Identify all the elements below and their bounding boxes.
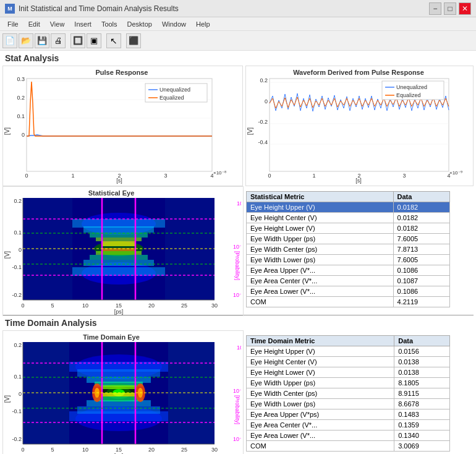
- svg-text:10⁰: 10⁰: [237, 200, 241, 207]
- metric-cell: Eye Height Lower (V): [247, 367, 394, 378]
- svg-text:0.2: 0.2: [260, 77, 268, 84]
- table-row: Eye Area Center (V*...0.1359: [247, 420, 450, 430]
- svg-text:15: 15: [116, 302, 122, 309]
- svg-text:Time Domain Eye: Time Domain Eye: [83, 333, 140, 341]
- data-cell: 0.1086: [393, 286, 449, 297]
- table-row: Eye Height Upper (V)0.0182: [247, 202, 450, 213]
- menu-insert[interactable]: Insert: [69, 19, 96, 29]
- svg-text:Unequalized: Unequalized: [159, 87, 190, 93]
- svg-text:-0.2: -0.2: [12, 436, 22, 442]
- svg-text:10: 10: [82, 302, 88, 309]
- svg-text:0: 0: [19, 247, 22, 253]
- svg-text:[ps]: [ps]: [114, 309, 124, 315]
- svg-rect-109: [101, 393, 137, 396]
- svg-text:[V]: [V]: [4, 127, 11, 135]
- metric-cell: COM: [247, 441, 394, 452]
- data-cell: 4.2119: [393, 297, 449, 307]
- metric-cell: Eye Area Center (V*...: [247, 420, 394, 430]
- svg-text:1: 1: [312, 173, 315, 179]
- time-domain-header: Time Domain Analysis: [0, 315, 476, 329]
- svg-text:0.2: 0.2: [14, 342, 22, 348]
- metric-cell: Eye Area Center (V*...: [247, 276, 394, 286]
- metric-cell: Eye Width Center (ps): [247, 244, 394, 255]
- data-cell: 0.0182: [393, 223, 449, 234]
- svg-text:-0.1: -0.1: [12, 408, 22, 414]
- svg-text:10⁰: 10⁰: [237, 345, 241, 351]
- zoom-out-button[interactable]: ▣: [87, 33, 101, 48]
- data-cell: 0.0156: [394, 346, 450, 357]
- metric-cell: Eye Area Upper (V*ps): [247, 409, 394, 420]
- svg-rect-59: [90, 255, 148, 260]
- svg-text:3: 3: [164, 173, 167, 179]
- minimize-button[interactable]: −: [429, 2, 441, 15]
- close-button[interactable]: ✕: [459, 2, 471, 15]
- svg-rect-56: [83, 226, 154, 233]
- svg-text:[V]: [V]: [4, 395, 11, 403]
- svg-text:0: 0: [21, 447, 24, 453]
- svg-text:0.2: 0.2: [14, 198, 22, 204]
- svg-text:[Probability]: [Probability]: [234, 251, 240, 280]
- data-cell: 0.1359: [394, 420, 450, 430]
- svg-text:10⁻²⁰: 10⁻²⁰: [233, 292, 241, 298]
- stat-analysis-header: Stat Analysis: [0, 51, 476, 64]
- svg-text:0.1: 0.1: [17, 113, 25, 119]
- menu-bar: File Edit View Insert Tools Desktop Wind…: [0, 17, 476, 31]
- svg-text:10: 10: [82, 447, 88, 453]
- new-button[interactable]: 📄: [2, 33, 17, 48]
- window-title: Init Statistical and Time Domain Analysi…: [19, 4, 429, 13]
- menu-edit[interactable]: Edit: [23, 19, 45, 29]
- svg-text:0: 0: [265, 98, 268, 105]
- print-button[interactable]: 🖨: [51, 33, 66, 48]
- svg-text:0: 0: [25, 173, 28, 179]
- table-row: Eye Area Lower (V*...0.1086: [247, 286, 450, 297]
- svg-rect-55: [72, 267, 165, 276]
- table-row: Eye Area Upper (V*ps)0.1483: [247, 409, 450, 420]
- metric-cell: Eye Area Lower (V*...: [247, 430, 394, 441]
- svg-text:0.1: 0.1: [14, 229, 22, 236]
- toolbar: 📄 📂 💾 🖨 🔲 ▣ ↖ ⬛: [0, 31, 476, 51]
- svg-text:5: 5: [51, 447, 54, 453]
- data-cell: 0.1340: [394, 430, 450, 441]
- main-content: Stat Analysis Pulse Response [V] 0.3 0.2…: [0, 51, 476, 454]
- zoom-in-button[interactable]: 🔲: [70, 33, 85, 48]
- title-bar: M Init Statistical and Time Domain Analy…: [0, 0, 476, 17]
- table-row: Eye Area Lower (V*...0.1340: [247, 430, 450, 441]
- metric-cell: Eye Height Upper (V): [247, 346, 394, 357]
- menu-tools[interactable]: Tools: [96, 19, 122, 29]
- save-button[interactable]: 💾: [35, 33, 49, 48]
- svg-text:0: 0: [268, 173, 271, 179]
- table-row: Eye Area Upper (V*...0.1086: [247, 265, 450, 276]
- metric-cell: Eye Width Upper (ps): [247, 234, 394, 244]
- menu-help[interactable]: Help: [191, 19, 215, 29]
- waveform-chart: Waveform Derived from Pulse Response [V]…: [245, 66, 474, 186]
- stat-eye-chart: Statistical Eye [V]: [2, 186, 244, 316]
- svg-text:25: 25: [181, 302, 187, 309]
- app-icon: M: [5, 4, 15, 14]
- insert-button[interactable]: ⬛: [126, 33, 141, 48]
- svg-text:0.3: 0.3: [17, 76, 25, 82]
- menu-view[interactable]: View: [45, 19, 70, 29]
- svg-text:-0.2: -0.2: [12, 292, 22, 298]
- stat-table: Statistical Metric Data Eye Height Upper…: [246, 191, 450, 307]
- svg-text:×10⁻⁹: ×10⁻⁹: [449, 170, 462, 176]
- data-cell: 7.6005: [393, 255, 449, 265]
- menu-file[interactable]: File: [2, 19, 23, 29]
- menu-window[interactable]: Window: [157, 19, 191, 29]
- metric-cell: Eye Height Lower (V): [247, 223, 394, 234]
- time-domain-table-container: Time Domain Metric Data Eye Height Upper…: [246, 330, 450, 454]
- restore-button[interactable]: □: [444, 2, 456, 15]
- svg-text:10⁻¹⁰: 10⁻¹⁰: [233, 244, 241, 250]
- menu-desktop[interactable]: Desktop: [122, 19, 157, 29]
- open-button[interactable]: 📂: [19, 33, 33, 48]
- svg-text:Unequalized: Unequalized: [396, 84, 427, 90]
- metric-cell: Eye Width Lower (ps): [247, 399, 394, 409]
- table-row: Eye Area Center (V*...0.1087: [247, 276, 450, 286]
- cursor-button[interactable]: ↖: [106, 33, 121, 48]
- svg-text:10⁻²⁰: 10⁻²⁰: [233, 436, 241, 442]
- data-cell: 0.0182: [393, 202, 449, 213]
- data-cell: 8.9115: [394, 388, 450, 399]
- svg-text:5: 5: [51, 302, 54, 309]
- metric-cell: Eye Area Lower (V*...: [247, 286, 394, 297]
- svg-text:×10⁻⁸: ×10⁻⁸: [213, 170, 226, 176]
- table-row: Eye Width Upper (ps)8.1805: [247, 378, 450, 388]
